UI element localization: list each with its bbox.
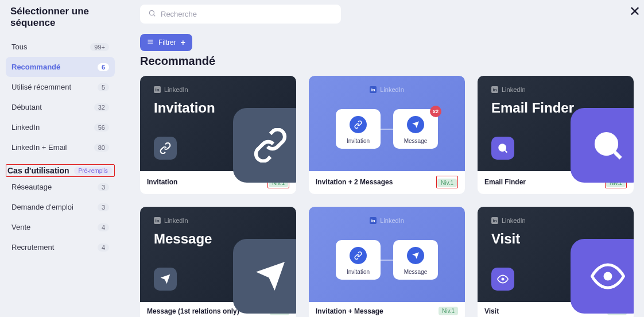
usecase-item-vente[interactable]: Vente 4: [6, 217, 115, 237]
card-title: Invitation: [147, 178, 177, 186]
card-title: Message (1st relations only): [147, 307, 239, 315]
filter-item-linkedin[interactable]: LinkedIn 56: [6, 117, 115, 137]
filter-label: LinkedIn: [11, 123, 40, 132]
card-network: in LinkedIn: [309, 86, 465, 93]
usecase-label: Recrutement: [11, 243, 54, 252]
card-visual: in LinkedIn Invitation: [140, 76, 296, 171]
card-visual: in LinkedIn Invitation x2: [309, 76, 465, 171]
svg-point-2: [596, 134, 616, 154]
step-invitation: Invitation: [336, 240, 381, 280]
usecase-count: 3: [98, 203, 109, 211]
card-visual: in LinkedIn Email Finder: [478, 76, 634, 171]
level-chip: Niv.1: [439, 307, 458, 315]
filter-btn-label: Filtrer: [158, 38, 176, 47]
filter-count: 5: [98, 83, 109, 91]
sidebar: Sélectionner une séquence Tous 99+ Recom…: [0, 0, 121, 263]
prefill-tag: Pré-remplis: [74, 167, 112, 175]
search-placeholder: Recherche: [161, 10, 197, 18]
filter-label: Débutant: [11, 103, 42, 111]
send-icon-large: [233, 239, 296, 314]
eye-icon-large: [571, 239, 634, 314]
usecase-list: Réseautage 3 Demande d'emploi 3 Vente 4 …: [6, 177, 115, 257]
plus-icon: +: [181, 38, 185, 47]
svg-point-1: [499, 144, 506, 151]
filter-list: Tous 99+ Recommandé 6 Utilisé récemment …: [6, 37, 115, 157]
link-icon: [154, 137, 177, 160]
main: Recherche Filtrer + Recommandé in Linked…: [126, 0, 644, 317]
card-title: Email Finder: [484, 178, 526, 186]
step-invitation: Invitation: [336, 109, 381, 149]
card-visual-title: Email Finder: [491, 100, 574, 116]
step-message: x2 Message: [393, 109, 438, 149]
card-network: in LinkedIn: [491, 86, 526, 93]
section-title: Recommandé: [140, 55, 633, 68]
send-icon: [407, 247, 424, 264]
linkedin-icon: in: [370, 217, 377, 224]
filter-count: 80: [94, 144, 109, 152]
filter-item-debutant[interactable]: Débutant 32: [6, 97, 115, 117]
step-row: Invitation Message: [309, 240, 465, 280]
send-icon: [407, 116, 424, 133]
search-row: Recherche: [140, 5, 633, 24]
step-row: Invitation x2 Message: [309, 109, 465, 149]
card-invitation-message[interactable]: in LinkedIn Invitation: [309, 207, 465, 317]
filter-count: 6: [98, 63, 109, 71]
close-icon[interactable]: ✕: [629, 3, 641, 20]
usecase-title: Cas d'utilisation: [7, 166, 69, 175]
card-message[interactable]: in LinkedIn Message Message (1st relatio…: [140, 207, 296, 317]
card-visual-title: Message: [154, 231, 212, 247]
card-email-finder[interactable]: in LinkedIn Email Finder Email Finder Ni…: [478, 76, 634, 194]
usecase-count: 4: [98, 223, 109, 231]
search-input[interactable]: Recherche: [140, 5, 341, 24]
linkedin-icon: in: [370, 86, 377, 93]
linkedin-icon: in: [491, 86, 498, 93]
count-badge: x2: [430, 106, 441, 117]
usecase-header: Cas d'utilisation Pré-remplis: [6, 164, 115, 177]
level-chip: Niv.1: [437, 179, 457, 187]
send-icon: [154, 268, 177, 291]
card-footer: Invitation + 2 Messages Niv.1: [309, 171, 465, 194]
linkedin-icon: in: [491, 217, 498, 224]
card-visual-title: Visit: [491, 231, 520, 247]
filter-item-recent[interactable]: Utilisé récemment 5: [6, 77, 115, 97]
linkedin-icon: in: [154, 86, 161, 93]
card-network: in LinkedIn: [309, 217, 465, 224]
svg-point-3: [502, 278, 505, 281]
usecase-item-reseautage[interactable]: Réseautage 3: [6, 177, 115, 197]
card-network: in LinkedIn: [154, 86, 188, 93]
filter-label: Utilisé récemment: [11, 83, 71, 91]
usecase-label: Réseautage: [11, 183, 52, 191]
filter-label: Recommandé: [11, 63, 60, 71]
link-icon: [350, 116, 367, 133]
filter-count: 56: [94, 123, 109, 132]
linkedin-icon: in: [154, 217, 161, 224]
usecase-count: 4: [98, 243, 109, 252]
step-connector: [381, 129, 393, 130]
card-network: in LinkedIn: [154, 217, 188, 224]
sidebar-title: Sélectionner une séquence: [6, 6, 115, 37]
svg-point-0: [149, 10, 154, 15]
step-message: Message: [393, 240, 438, 280]
filter-item-tous[interactable]: Tous 99+: [6, 37, 115, 57]
card-invitation-2-messages[interactable]: in LinkedIn Invitation x2: [309, 76, 465, 194]
card-visual: in LinkedIn Message: [140, 207, 296, 302]
usecase-count: 3: [98, 183, 109, 191]
search-icon: [491, 137, 514, 160]
usecase-item-recrutement[interactable]: Recrutement 4: [6, 237, 115, 257]
card-visit[interactable]: in LinkedIn Visit Visit Niv.1: [478, 207, 634, 317]
filter-button[interactable]: Filtrer +: [140, 34, 192, 51]
usecase-label: Vente: [11, 223, 30, 231]
search-icon-large: [571, 108, 634, 183]
usecase-label: Demande d'emploi: [11, 203, 73, 211]
filter-item-linkedin-email[interactable]: LinkedIn + Email 80: [6, 137, 115, 157]
card-network: in LinkedIn: [491, 217, 526, 224]
filter-label: Tous: [11, 42, 27, 51]
filter-item-recommande[interactable]: Recommandé 6: [6, 57, 115, 77]
search-icon: [148, 9, 156, 19]
card-invitation[interactable]: in LinkedIn Invitation Invitation Niv.1: [140, 76, 296, 194]
usecase-item-emploi[interactable]: Demande d'emploi 3: [6, 197, 115, 217]
card-title: Invitation + Message: [316, 307, 383, 315]
svg-point-4: [604, 272, 612, 281]
step-connector: [381, 260, 393, 261]
card-title: Invitation + 2 Messages: [316, 178, 393, 186]
